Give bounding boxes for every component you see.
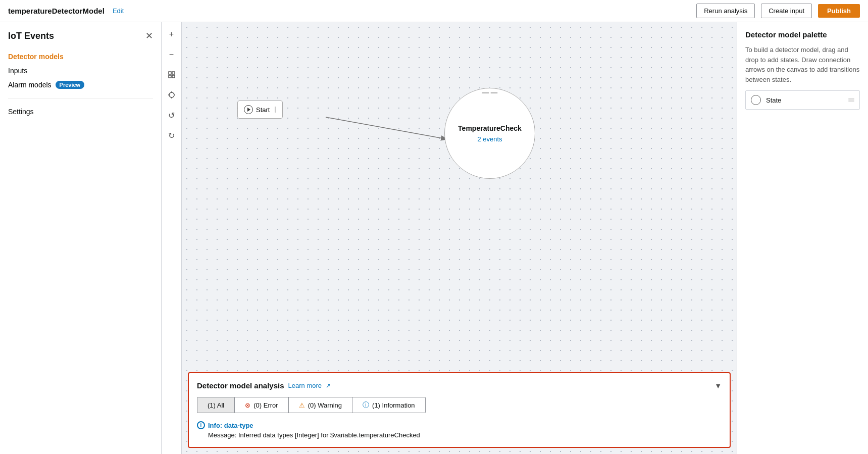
sidebar-item-detector-models[interactable]: Detector models — [8, 49, 153, 64]
canvas-area: + − ↺ ↻ — [162, 22, 737, 454]
start-node[interactable]: Start — [237, 100, 283, 119]
undo-button[interactable]: ↺ — [164, 107, 180, 123]
sidebar-item-settings[interactable]: Settings — [0, 105, 161, 119]
preview-badge: Preview — [56, 81, 85, 89]
palette-panel: Detector model palette To build a detect… — [737, 22, 868, 454]
topbar: temperatureDetectorModel Edit Rerun anal… — [0, 0, 868, 22]
palette-state-label: State — [766, 96, 843, 104]
analysis-panel: Detector model analysis Learn more ↗ ▼ (… — [188, 372, 731, 448]
sidebar-header: IoT Events ✕ — [0, 30, 161, 49]
publish-button[interactable]: Publish — [818, 4, 860, 18]
svg-rect-1 — [172, 72, 175, 74]
state-node-title: TemperatureCheck — [458, 124, 522, 132]
collapse-chevron-icon[interactable]: ▼ — [714, 382, 722, 390]
svg-point-4 — [169, 92, 174, 97]
analysis-title-row: Detector model analysis Learn more ↗ — [197, 381, 331, 390]
state-node[interactable]: TemperatureCheck 2 events — [444, 88, 535, 179]
sidebar-divider — [8, 98, 153, 98]
state-node-handle — [482, 92, 498, 93]
filter-warning-button[interactable]: ⚠ (0) Warning — [289, 397, 352, 413]
close-button[interactable]: ✕ — [145, 30, 153, 41]
drag-handle — [275, 107, 276, 113]
canvas-drawing: Start — [182, 22, 737, 372]
sidebar: IoT Events ✕ Detector models Inputs Alar… — [0, 22, 162, 454]
svg-rect-0 — [169, 72, 171, 74]
palette-title: Detector model palette — [745, 30, 860, 39]
zoom-in-button[interactable]: + — [164, 26, 180, 42]
sidebar-item-inputs[interactable]: Inputs — [8, 64, 153, 78]
app-title: IoT Events — [8, 31, 54, 41]
canvas-main[interactable]: Start — [182, 22, 737, 454]
analysis-title: Detector model analysis — [197, 381, 284, 390]
create-input-button[interactable]: Create input — [761, 4, 812, 18]
error-icon: ⊗ — [245, 401, 250, 409]
palette-description: To build a detector model, drag and drop… — [745, 45, 860, 84]
redo-button[interactable]: ↻ — [164, 127, 180, 143]
palette-state-item[interactable]: State — [745, 90, 860, 110]
palette-state-circle-icon — [751, 95, 761, 105]
analysis-item: i Info: data-type Message: Inferred data… — [197, 421, 722, 439]
main-layout: IoT Events ✕ Detector models Inputs Alar… — [0, 22, 868, 454]
svg-rect-2 — [169, 75, 171, 78]
external-link-icon: ↗ — [326, 382, 331, 389]
svg-rect-3 — [172, 75, 175, 78]
fit-view-button[interactable] — [164, 67, 180, 83]
start-label: Start — [256, 106, 270, 114]
analysis-item-message: Message: Inferred data types [Integer] f… — [208, 431, 722, 439]
state-node-events[interactable]: 2 events — [477, 135, 502, 143]
analysis-item-title: i Info: data-type — [197, 421, 722, 429]
learn-more-link[interactable]: Learn more — [288, 382, 322, 389]
model-name: temperatureDetectorModel — [8, 7, 105, 15]
sidebar-item-alarm-models[interactable]: Alarm models Preview — [8, 78, 153, 92]
play-icon — [244, 105, 253, 114]
rerun-analysis-button[interactable]: Rerun analysis — [696, 4, 755, 18]
svg-line-10 — [326, 117, 448, 139]
info-circle-icon: i — [197, 421, 205, 429]
zoom-out-button[interactable]: − — [164, 46, 180, 63]
canvas-toolbar: + − ↺ ↻ — [162, 22, 182, 454]
analysis-filters: (1) All ⊗ (0) Error ⚠ (0) Warning ⓘ (1) … — [197, 397, 722, 413]
info-icon: ⓘ — [363, 400, 369, 410]
edit-link[interactable]: Edit — [113, 7, 124, 15]
palette-drag-handle — [848, 98, 854, 102]
sidebar-nav: Detector models Inputs Alarm models Prev… — [0, 49, 161, 92]
analysis-header: Detector model analysis Learn more ↗ ▼ — [197, 381, 722, 390]
filter-error-button[interactable]: ⊗ (0) Error — [235, 397, 288, 413]
warning-icon: ⚠ — [299, 401, 305, 409]
alarm-models-label: Alarm models — [8, 81, 52, 89]
target-button[interactable] — [164, 87, 180, 103]
filter-info-button[interactable]: ⓘ (1) Information — [352, 397, 426, 413]
filter-all-button[interactable]: (1) All — [197, 397, 235, 413]
canvas-arrow — [182, 22, 737, 372]
